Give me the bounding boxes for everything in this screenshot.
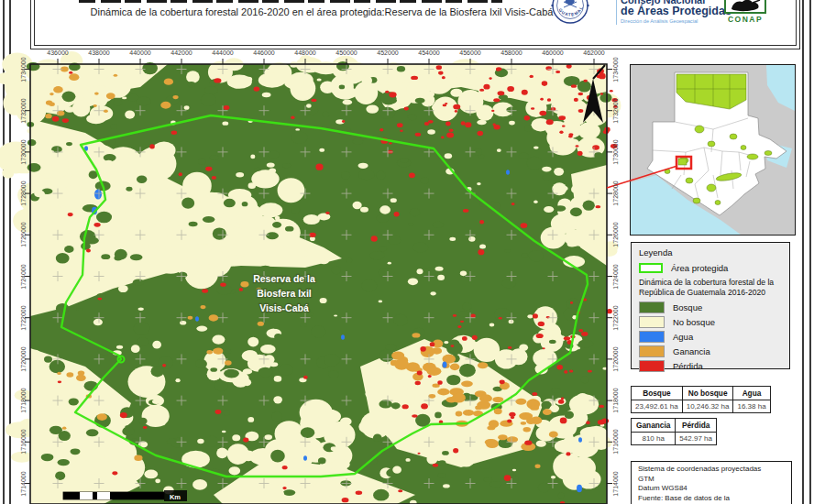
legend-item-area-protegida: Área protegida (639, 260, 789, 275)
guatemala-seal-icon: GUATEMALA (550, 0, 590, 27)
y-axis-tick-label-right: 1724000 (612, 264, 619, 289)
area-protegida-swatch (639, 263, 663, 273)
y-axis-tick-label-right: 1720000 (612, 346, 619, 371)
change-table: GananciaPérdida810 ha542.97 ha (631, 418, 717, 445)
table-header: No bosque (682, 387, 733, 400)
table-header: Bosque (632, 387, 683, 400)
y-axis-tick-label-right: 1734000 (612, 57, 619, 82)
info-line: Sistema de coordenadas proyectadas (638, 465, 791, 475)
x-axis-tick-label: 452000 (368, 49, 408, 56)
y-axis-tick-label-left: 1714000 (20, 471, 27, 496)
legend-item: No bosque (639, 314, 789, 329)
x-axis-tick-label: 456000 (450, 49, 490, 56)
legend: Leyenda Área protegida Dinámica de la co… (631, 242, 790, 369)
y-axis-tick-label-right: 1730000 (612, 139, 619, 164)
y-axis-tick-label-left: 1716000 (20, 430, 27, 455)
org-name-block: Consejo Nacional de Áreas Protegidas Dir… (621, 0, 723, 24)
coverage-table: BosqueNo bosqueAgua23,492.61 ha10,246.32… (631, 386, 771, 413)
map-title: Dinámica de la cobertura forestal 2016-2… (62, 5, 581, 20)
y-axis-tick-label-right: 1718000 (612, 388, 619, 412)
table-value: 23,492.61 ha (632, 400, 683, 413)
x-axis-tick-label: 440000 (120, 49, 160, 56)
table-value: 810 ha (632, 433, 676, 445)
legend-item-label: No bosque (673, 317, 715, 327)
table-value: 542.97 ha (676, 433, 717, 445)
info-line: GTM (638, 475, 791, 485)
legend-item-label: Agua (673, 332, 693, 342)
x-axis-tick-label: 444000 (203, 49, 243, 56)
x-axis-tick-label: 450000 (326, 49, 367, 56)
x-axis-tick-label: 454000 (409, 49, 449, 56)
y-axis-tick-label-left: 1718000 (20, 388, 27, 412)
legend-swatch (639, 345, 665, 357)
x-axis-tick-label: 438000 (79, 49, 119, 56)
table-header: Agua (733, 387, 770, 400)
y-axis-tick-label-left: 1726000 (20, 223, 27, 247)
table-header: Ganancia (632, 419, 676, 433)
legend-swatch (639, 316, 665, 328)
y-axis-tick-label-right: 1716000 (612, 430, 619, 455)
reserve-label: Reserva de laBiosfera IxilVisis-Cabá (253, 273, 315, 313)
header-divider (616, 0, 617, 25)
x-axis-tick-label: 462000 (574, 49, 614, 56)
page-border-right-inner (802, 0, 804, 504)
org-division: Dirección de Análisis Geoespacial (621, 18, 723, 24)
y-axis-tick-label-right: 1714000 (612, 471, 619, 496)
locator-map (630, 64, 796, 236)
info-line: Fuente: Base de datos de la (638, 494, 791, 504)
x-axis-tick-label: 446000 (244, 49, 284, 56)
table-value: 10,246.32 ha (682, 400, 733, 413)
y-axis-tick-label-right: 1722000 (612, 305, 619, 330)
legend-title: Leyenda (639, 247, 789, 257)
legend-items: BosqueNo bosqueAguaGananciaPérdida (639, 300, 789, 373)
y-axis-tick-label-left: 1732000 (20, 98, 27, 123)
legend-swatch (639, 301, 665, 313)
y-axis-tick-label-right: 1726000 (612, 223, 619, 247)
legend-item: Pérdida (639, 358, 789, 373)
x-axis-tick-label: 442000 (161, 49, 202, 56)
y-axis-tick-label-left: 1724000 (20, 264, 27, 289)
legend-item: Bosque (639, 300, 789, 314)
scale-bar-unit: Km (170, 493, 181, 501)
clipped-title-remnant (79, 0, 502, 3)
legend-item: Ganancia (639, 344, 789, 358)
x-axis-tick-label: 448000 (285, 49, 325, 56)
legend-item-label: Bosque (673, 302, 702, 312)
legend-item-label: Ganancia (673, 346, 710, 356)
conap-logo: CONAP (724, 0, 766, 24)
scale-bar: Km (63, 490, 187, 501)
legend-item-label: Área protegida (671, 263, 728, 273)
page-border-right-outer (809, 0, 811, 504)
projection-info-box: Sistema de coordenadas proyectadasGTMDat… (631, 461, 792, 504)
table-value: 16.38 ha (733, 400, 770, 413)
y-axis-tick-label-left: 1722000 (20, 305, 27, 330)
legend-subtitle: Dinámica de la cobertura forestal de la … (639, 278, 786, 297)
y-axis-tick-label-left: 1730000 (20, 139, 27, 164)
legend-item: Agua (639, 329, 789, 344)
y-axis-tick-label-left: 1728000 (20, 181, 27, 205)
org-name-line2: de Áreas Protegidas (621, 5, 723, 17)
legend-swatch (639, 331, 665, 343)
legend-swatch (639, 360, 665, 372)
conap-label: CONAP (724, 15, 766, 24)
y-axis-tick-label-left: 1734000 (20, 57, 27, 82)
y-axis-tick-label-right: 1732000 (612, 98, 619, 123)
table-header: Pérdida (676, 419, 717, 433)
x-axis-tick-label: 460000 (533, 49, 573, 56)
y-axis-tick-label-right: 1728000 (612, 181, 619, 205)
x-axis-tick-label: 436000 (38, 49, 78, 56)
legend-item-label: Pérdida (673, 361, 703, 371)
x-axis-tick-label: 458000 (491, 49, 532, 56)
conap-bird-icon (724, 0, 766, 14)
main-map: Reserva de laBiosfera IxilVisis-CabáKm (30, 64, 607, 504)
map-sheet: Dinámica de la cobertura forestal 2016-2… (0, 0, 825, 504)
info-line: Datum WGS84 (638, 484, 791, 494)
y-axis-tick-label-left: 1720000 (20, 346, 27, 371)
